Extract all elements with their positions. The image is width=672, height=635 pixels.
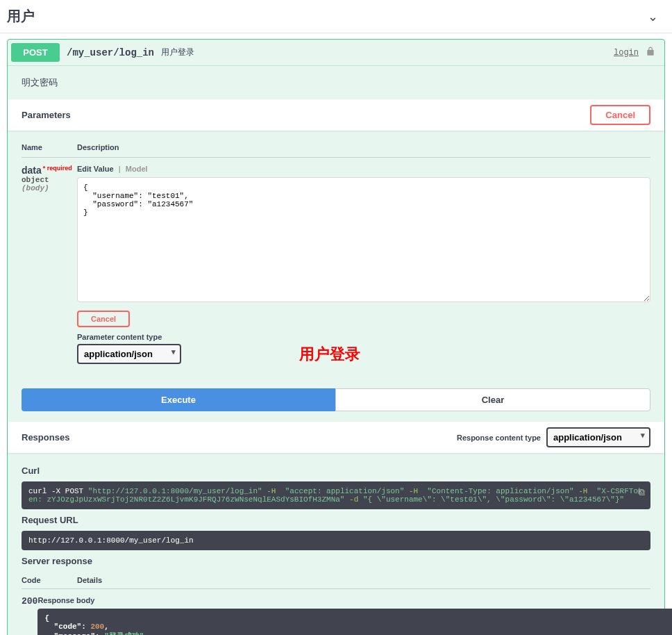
operation-path: /my_user/log_in <box>60 47 161 58</box>
operation-desc: 用户登录 <box>161 47 194 58</box>
request-url-label: Request URL <box>22 515 650 525</box>
operation-description: 明文密码 <box>8 66 664 99</box>
param-cancel-button[interactable]: Cancel <box>77 311 130 327</box>
clear-button[interactable]: Clear <box>335 388 650 411</box>
server-response-label: Server response <box>22 556 650 566</box>
parameters-title: Parameters <box>22 110 71 120</box>
responses-title: Responses <box>22 432 69 443</box>
curl-label: Curl <box>22 465 650 476</box>
operation-summary[interactable]: POST /my_user/log_in 用户登录 login <box>8 40 664 65</box>
col-code-header: Code <box>22 576 77 584</box>
parameters-bar: Parameters Cancel <box>8 99 664 131</box>
section-header[interactable]: 用户 ⌄ <box>0 0 672 33</box>
table-row: data* required object (body) Edit Value … <box>22 158 650 371</box>
col-details-header: Details <box>77 576 650 584</box>
response-content-type-label: Response content type <box>457 434 541 442</box>
annotation-text: 用户登录 <box>299 344 360 365</box>
required-marker: * required <box>42 165 72 172</box>
param-content-type-select[interactable]: application/json <box>77 344 181 364</box>
tab-edit-value[interactable]: Edit Value <box>77 165 114 173</box>
operation-block: POST /my_user/log_in 用户登录 login 明文密码 Par… <box>7 39 665 635</box>
lock-icon[interactable] <box>646 47 655 58</box>
section-title: 用户 <box>7 7 35 26</box>
param-content-type-label: Parameter content type <box>77 333 650 341</box>
response-row: 200 Response body { "code": 200, "messag… <box>22 589 650 635</box>
param-name: data <box>22 165 42 176</box>
request-url-block: http://127.0.0.1:8000/my_user/log_in <box>22 531 650 550</box>
response-content-type-select[interactable]: application/json <box>546 427 650 447</box>
copy-icon[interactable]: ⧉ <box>638 487 645 498</box>
body-textarea[interactable] <box>77 177 650 302</box>
response-body-label: Response body <box>37 596 672 604</box>
execute-button[interactable]: Execute <box>22 388 335 411</box>
method-badge: POST <box>11 43 60 62</box>
tab-model[interactable]: Model <box>126 165 148 173</box>
response-code: 200 <box>22 596 37 607</box>
param-in: (body) <box>22 184 77 192</box>
try-cancel-button[interactable]: Cancel <box>590 105 650 125</box>
auth-link[interactable]: login <box>614 48 639 58</box>
responses-bar: Responses Response content type applicat… <box>8 422 664 453</box>
param-type: object <box>22 176 77 184</box>
response-body-block: { "code": 200, "message": "登录成功", "succe… <box>37 609 672 635</box>
col-desc-header: Description <box>77 143 650 151</box>
col-name-header: Name <box>22 143 77 151</box>
chevron-down-icon[interactable]: ⌄ <box>648 9 658 24</box>
curl-block: curl -X POST "http://127.0.0.1:8000/my_u… <box>22 481 650 509</box>
